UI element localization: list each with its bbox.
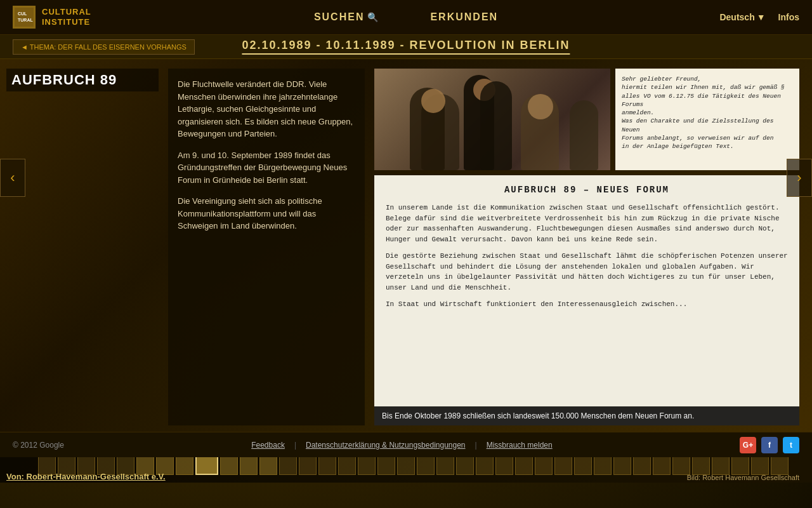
historical-photo xyxy=(374,69,610,170)
document-caption: Bis Ende Oktober 1989 schließen sich lan… xyxy=(374,406,799,425)
breadcrumb-bar: ◄ THEMA: DER FALL DES EISERNEN VORHANGS … xyxy=(0,35,812,59)
header: CUL TURAL CULTURAL INSTITUTE SUCHEN 🔍 ER… xyxy=(0,0,812,35)
letter-document[interactable]: Sehr geliebter Freund, hiermit teilen wi… xyxy=(615,69,799,170)
section-title: AUFBRUCH 89 xyxy=(6,69,159,91)
google-plus-button[interactable]: G+ xyxy=(740,437,756,453)
prev-arrow[interactable]: ‹ xyxy=(0,159,25,197)
social-links: G+ f t xyxy=(740,437,799,453)
svg-text:CUL: CUL xyxy=(18,11,27,16)
logo-icon: CUL TURAL xyxy=(13,6,36,29)
main-document[interactable]: Aufbruch 89 – Neues Forum In unserem Lan… xyxy=(374,175,799,425)
photo-frame[interactable] xyxy=(374,69,610,170)
footer: © 2012 Google Feedback | Datenschutzerkl… xyxy=(0,432,812,457)
svg-text:TURAL: TURAL xyxy=(18,18,33,22)
description-panel: Die Fluchtwelle verändert die DDR. Viele… xyxy=(168,69,365,425)
top-documents: Sehr geliebter Freund, hiermit teilen wi… xyxy=(374,69,799,170)
nav-search[interactable]: SUCHEN 🔍 xyxy=(314,11,380,23)
documents-panel: Sehr geliebter Freund, hiermit teilen wi… xyxy=(374,69,799,425)
dropdown-icon: ▼ xyxy=(757,12,766,22)
header-right: Deutsch ▼ Infos xyxy=(719,12,799,22)
infos-button[interactable]: Infos xyxy=(778,12,799,22)
footer-center: Feedback | Datenschutzerklärung & Nutzun… xyxy=(251,441,553,450)
main-nav: SUCHEN 🔍 ERKUNDEN xyxy=(314,11,498,23)
language-button[interactable]: Deutsch ▼ xyxy=(719,12,765,22)
letter-text: Sehr geliebter Freund, hiermit teilen wi… xyxy=(622,75,793,151)
next-arrow[interactable]: › xyxy=(787,159,812,197)
nav-explore[interactable]: ERKUNDEN xyxy=(430,11,498,23)
facebook-button[interactable]: f xyxy=(761,437,778,453)
bild-credit: Bild: Robert Havemann Gesellschaft xyxy=(687,474,799,481)
left-panel: AUFBRUCH 89 xyxy=(6,69,159,425)
logo-text: CULTURAL INSTITUTE xyxy=(42,7,91,27)
feedback-link[interactable]: Feedback xyxy=(251,441,285,450)
document-body: In unserem Lande ist die Kommunikation z… xyxy=(386,203,788,310)
von-credit: Von: Robert-Havemann-Gesellschaft e.V. xyxy=(6,472,166,481)
description-para1: Die Fluchtwelle verändert die DDR. Viele… xyxy=(178,78,355,140)
page-title: 02.10.1989 - 10.11.1989 - REVOLUTION IN … xyxy=(242,39,570,55)
copyright-text: © 2012 Google xyxy=(13,441,64,450)
svg-rect-0 xyxy=(15,8,34,27)
logo-container[interactable]: CUL TURAL CULTURAL INSTITUTE xyxy=(13,6,91,29)
abuse-link[interactable]: Missbrauch melden xyxy=(487,441,553,450)
description-para3: Die Vereinigung sieht sich als politisch… xyxy=(178,195,355,232)
back-button[interactable]: ◄ THEMA: DER FALL DES EISERNEN VORHANGS xyxy=(13,39,195,55)
main-content: AUFBRUCH 89 Die Fluchtwelle verändert di… xyxy=(0,59,812,432)
document-title: Aufbruch 89 – Neues Forum xyxy=(386,185,788,195)
twitter-button[interactable]: t xyxy=(783,437,799,453)
search-icon: 🔍 xyxy=(367,12,379,22)
description-para2: Am 9. und 10. September 1989 findet das … xyxy=(178,149,355,187)
privacy-link[interactable]: Datenschutzerklärung & Nutzungsbedingung… xyxy=(306,441,466,450)
footer-left: © 2012 Google xyxy=(13,441,64,450)
